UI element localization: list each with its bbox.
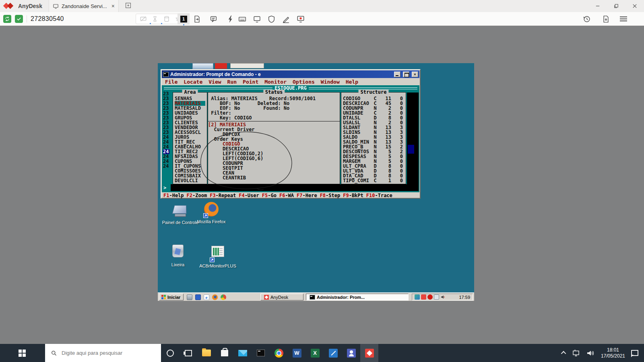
keyboard-icon[interactable] (238, 12, 247, 26)
taskbar-button-cmd[interactable]: Administrador: Prom... (306, 294, 409, 300)
taskbar-icon-chrome[interactable] (270, 344, 288, 362)
maximize-button[interactable] (607, 0, 625, 12)
monitor-tab-1[interactable]: 1 (178, 13, 190, 25)
taskbar-icon-teams[interactable] (342, 344, 360, 362)
tray-expand-icon[interactable] (561, 351, 566, 356)
minimize-button[interactable] (588, 0, 607, 12)
taskbar-icon-cortana[interactable] (161, 344, 179, 362)
status-line: Key: CODIGO (208, 115, 340, 120)
close-button[interactable] (625, 0, 644, 12)
shortcut-arrow-icon (210, 257, 215, 262)
new-tab-icon[interactable] (125, 2, 132, 10)
volume-icon[interactable] (440, 294, 446, 300)
workarea-item[interactable]: DEVOLCLI (175, 178, 207, 183)
function-key-hint: F5-Go (262, 193, 277, 198)
host-taskbar: W X 18:01 17/05/2021 (0, 344, 644, 362)
taskbar-icon-mail[interactable] (233, 344, 252, 362)
browser-ball-icon[interactable] (221, 294, 226, 300)
recycle-bin-icon (169, 245, 186, 261)
session-tab[interactable]: Zandonaide Servi... × (49, 0, 119, 12)
actions-icon[interactable] (226, 12, 235, 26)
debugger-command-bar[interactable] (171, 184, 407, 191)
firefox-icon (203, 202, 220, 218)
host-taskbar-icons: W X (161, 344, 378, 362)
file-manager-icon[interactable] (163, 15, 170, 23)
desktop-icon-firefox[interactable]: Mozilla Firefox (192, 202, 231, 224)
history-icon[interactable] (582, 12, 591, 26)
record-session-icon[interactable] (296, 12, 305, 26)
menu-icon[interactable] (620, 12, 627, 26)
cmd-window[interactable]: Administrador: Prompt de Comando - e × F… (161, 69, 421, 199)
taskbar-icon-excel[interactable]: X (306, 344, 324, 362)
cmd-close-button[interactable]: × (412, 72, 418, 77)
host-start-button[interactable] (0, 344, 44, 362)
session-tab-title: Zandonaide Servi... (62, 3, 109, 9)
permissions-icon[interactable] (267, 12, 276, 26)
taskbar-icon-task-view[interactable] (179, 344, 197, 362)
tab-close-icon[interactable]: × (111, 3, 115, 9)
host-search-box[interactable] (45, 344, 161, 362)
taskbar-icon-word[interactable]: W (288, 344, 306, 362)
function-key-hint: F9-BkPt (343, 193, 363, 198)
function-key-hint: F1-Help (163, 193, 184, 198)
menu-item[interactable]: Monitor (264, 79, 287, 85)
show-desktop-icon[interactable] (187, 294, 192, 300)
taskbar-icon-editor[interactable] (324, 344, 342, 362)
taskbar-icon-terminal[interactable] (252, 344, 270, 362)
remote-connected-icon[interactable] (15, 15, 23, 23)
menu-item[interactable]: File (165, 79, 178, 85)
host-clock[interactable]: 18:01 17/05/2021 (601, 347, 625, 359)
menu-item[interactable]: Help (346, 79, 358, 85)
menu-item[interactable]: View (208, 79, 221, 85)
volume-icon[interactable] (586, 349, 595, 357)
menu-item[interactable]: Window (321, 79, 340, 85)
menu-item[interactable]: Options (293, 79, 315, 85)
anydesk-icon (264, 295, 269, 300)
hidden-desktop-icon (192, 63, 213, 69)
remote-taskbar: Iniciar e AnyDesk Administrador: Prom... (158, 292, 474, 301)
taskbar-icon-anydesk[interactable] (360, 344, 378, 362)
app-green-icon[interactable] (415, 294, 420, 300)
cmd-minimize-button[interactable] (394, 72, 400, 77)
desktop-icon-recycle-bin[interactable]: Lixeira (159, 243, 197, 267)
cmd-icon (310, 295, 315, 300)
function-key-hint: F6-WA (279, 193, 294, 198)
file-transfer-icon[interactable] (193, 12, 201, 26)
taskbar-icon-file-explorer[interactable] (197, 344, 215, 362)
hidden-window-edge (230, 63, 264, 68)
search-input[interactable] (62, 350, 150, 356)
anydesk-tray-icon[interactable] (421, 294, 426, 300)
windows-logo-icon (19, 350, 26, 357)
debugger-console[interactable]: ESTOQUE.PRG 2323232323232323232424242424… (162, 85, 419, 192)
wait-indicator-icon[interactable] (151, 15, 159, 23)
accept-files-icon[interactable] (602, 12, 610, 26)
privacy-mode-icon[interactable] (140, 15, 147, 23)
function-key-hint: F7-Here (297, 193, 317, 198)
record-ball-icon[interactable] (427, 294, 433, 300)
display-icon[interactable] (195, 294, 201, 300)
scroll-thumb (408, 145, 414, 154)
menu-item[interactable]: Point (243, 79, 258, 85)
cmd-maximize-button[interactable] (403, 72, 409, 77)
action-center-icon[interactable] (631, 350, 638, 356)
internet-explorer-icon[interactable]: e (204, 294, 209, 300)
remote-clock: 17:59 (459, 295, 470, 300)
menu-item[interactable]: Locate (184, 79, 202, 85)
shortcut-arrow-icon (203, 213, 208, 218)
desktop-icon-acbrmonitor[interactable]: ACBrMonitorPLUS (198, 244, 237, 268)
network-icon[interactable] (572, 349, 580, 357)
cmd-titlebar[interactable]: Administrador: Prompt de Comando - e × (162, 70, 419, 78)
display-settings-icon[interactable] (253, 12, 261, 26)
menu-item[interactable]: Run (227, 79, 237, 85)
session-refresh-icon[interactable] (3, 15, 11, 23)
remote-address[interactable]: 272830540 (31, 15, 64, 23)
chat-icon[interactable] (209, 12, 218, 26)
taskbar-button-anydesk[interactable]: AnyDesk (260, 294, 303, 300)
taskbar-icon-store[interactable] (215, 344, 233, 362)
start-button[interactable]: Iniciar (159, 294, 184, 300)
firefox-icon[interactable] (212, 294, 218, 300)
whiteboard-icon[interactable] (282, 12, 290, 26)
network-monitors-icon[interactable] (434, 294, 439, 300)
store-icon (221, 350, 228, 356)
remote-desktop-view[interactable]: Administrador: Prompt de Comando - e × F… (158, 63, 474, 301)
